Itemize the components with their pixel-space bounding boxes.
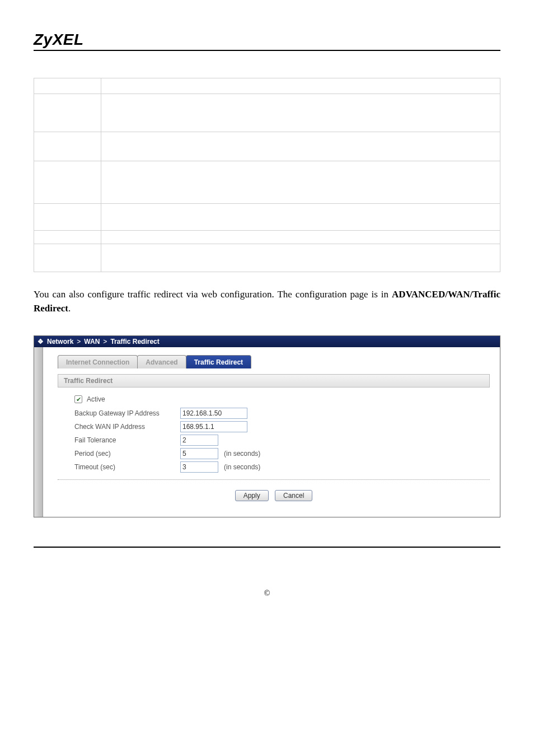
table-cell [101, 132, 500, 161]
table-cell [34, 231, 101, 244]
breadcrumb-sep: > [77, 338, 81, 346]
table-cell [101, 204, 500, 231]
input-timeout[interactable] [180, 461, 218, 473]
breadcrumb-item-2: Traffic Redirect [110, 338, 159, 346]
table-cell [101, 78, 500, 94]
breadcrumb-item-0: Network [47, 338, 73, 346]
breadcrumb-icon: ❖ [38, 338, 44, 346]
breadcrumb-item-1: WAN [84, 338, 100, 346]
table-cell [34, 132, 101, 161]
table-cell [34, 244, 101, 272]
active-label: Active [87, 395, 105, 403]
copyright: © [34, 589, 500, 598]
brand-logo: ZyXEL [34, 31, 84, 48]
label-check-wan: Check WAN IP Address [71, 423, 180, 431]
side-strip [34, 347, 43, 517]
cancel-button[interactable]: Cancel [275, 490, 312, 501]
breadcrumb-sep: > [103, 338, 107, 346]
router-ui-window: ❖ Network > WAN > Traffic Redirect Inter… [34, 335, 500, 517]
footer-rule [34, 547, 500, 548]
section-title: Traffic Redirect [58, 374, 490, 388]
label-period: Period (sec) [71, 450, 180, 458]
suffix-timeout: (in seconds) [224, 463, 260, 471]
label-backup-gateway: Backup Gateway IP Address [71, 409, 180, 417]
table-cell [34, 78, 101, 94]
table-cell [101, 94, 500, 132]
active-checkbox[interactable]: ✔ [74, 395, 82, 403]
tab-traffic-redirect[interactable]: Traffic Redirect [186, 355, 251, 368]
breadcrumb: ❖ Network > WAN > Traffic Redirect [34, 336, 500, 347]
apply-button[interactable]: Apply [235, 490, 269, 501]
description-paragraph: You can also configure traffic redirect … [34, 288, 500, 315]
tab-advanced[interactable]: Advanced [137, 355, 186, 368]
table-cell [101, 244, 500, 272]
table-cell [34, 204, 101, 231]
input-fail-tolerance[interactable] [180, 435, 218, 446]
input-backup-gateway[interactable] [180, 408, 247, 419]
para-prefix: You can also configure traffic redirect … [34, 289, 392, 300]
suffix-period: (in seconds) [224, 450, 260, 458]
table-cell [101, 161, 500, 204]
tab-internet-connection[interactable]: Internet Connection [58, 355, 138, 368]
blank-table [34, 78, 500, 272]
table-cell [34, 94, 101, 132]
input-period[interactable] [180, 448, 218, 459]
table-cell [101, 231, 500, 244]
label-fail-tolerance: Fail Tolerance [71, 436, 180, 444]
table-cell [34, 161, 101, 204]
input-check-wan[interactable] [180, 421, 247, 432]
para-suffix: . [68, 303, 71, 314]
label-timeout: Timeout (sec) [71, 463, 180, 471]
